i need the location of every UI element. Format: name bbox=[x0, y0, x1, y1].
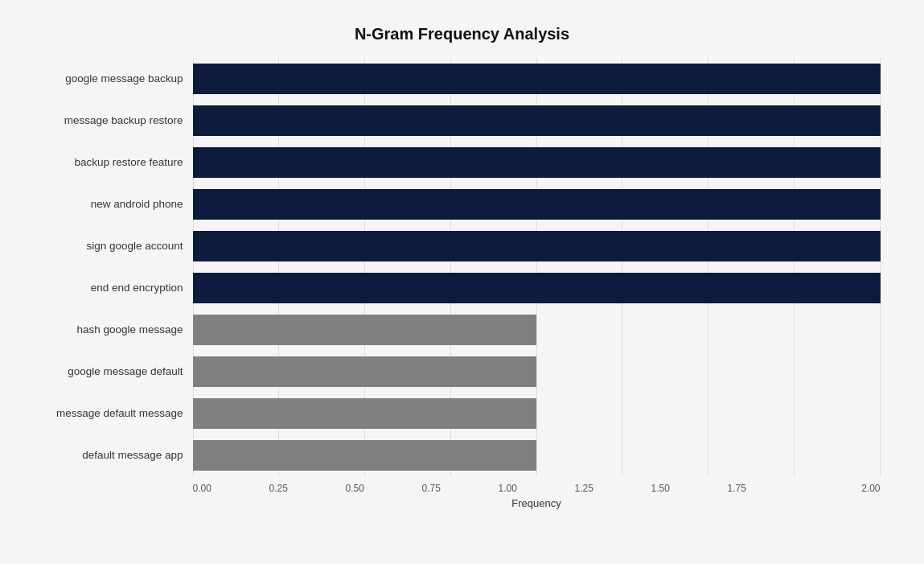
bar-label: hash google message bbox=[44, 323, 193, 336]
bars-wrapper: google message backupmessage backup rest… bbox=[44, 58, 881, 476]
x-tick: 2.00 bbox=[804, 483, 881, 494]
x-tick: 0.75 bbox=[422, 483, 499, 494]
bar-label: backup restore feature bbox=[44, 156, 193, 168]
bar-track bbox=[193, 315, 881, 345]
bar-row: end end encryption bbox=[44, 267, 881, 309]
bar-track bbox=[193, 273, 881, 303]
chart-title: N-Gram Frequency Analysis bbox=[44, 25, 881, 43]
bar-fill bbox=[193, 105, 881, 136]
bar-label: message default message bbox=[44, 407, 193, 419]
bar-row: google message default bbox=[44, 351, 881, 393]
bar-fill bbox=[193, 273, 881, 303]
bar-fill bbox=[193, 398, 537, 429]
bar-label: google message backup bbox=[44, 72, 193, 84]
x-axis: 0.000.250.500.751.001.251.501.752.00 bbox=[193, 483, 881, 494]
bar-track bbox=[193, 189, 881, 220]
bar-track bbox=[193, 105, 881, 136]
bar-track bbox=[193, 231, 881, 261]
bar-row: sign google account bbox=[44, 225, 881, 267]
x-tick: 0.50 bbox=[346, 483, 422, 494]
bar-label: end end encryption bbox=[44, 282, 193, 294]
bar-track bbox=[193, 147, 881, 178]
bar-row: google message backup bbox=[44, 58, 881, 100]
x-tick: 0.00 bbox=[193, 483, 269, 494]
bar-row: backup restore feature bbox=[44, 142, 881, 183]
bar-row: new android phone bbox=[44, 183, 881, 225]
bar-label: message backup restore bbox=[44, 114, 193, 126]
bar-fill bbox=[193, 440, 537, 471]
bar-label: new android phone bbox=[44, 198, 193, 210]
bar-fill bbox=[193, 189, 881, 220]
x-tick: 1.00 bbox=[499, 483, 575, 494]
x-tick: 0.25 bbox=[269, 483, 346, 494]
bar-row: hash google message bbox=[44, 309, 881, 351]
bar-fill bbox=[193, 231, 881, 261]
bar-label: sign google account bbox=[44, 240, 193, 252]
bar-track bbox=[193, 64, 881, 94]
bar-fill bbox=[193, 64, 881, 94]
x-tick: 1.25 bbox=[575, 483, 651, 494]
bar-label: google message default bbox=[44, 365, 193, 377]
bar-row: message default message bbox=[44, 393, 881, 434]
bar-row: default message app bbox=[44, 434, 881, 476]
bar-track bbox=[193, 398, 881, 429]
x-tick: 1.50 bbox=[651, 483, 728, 494]
bar-fill bbox=[193, 147, 881, 178]
bar-fill bbox=[193, 356, 537, 387]
bar-track bbox=[193, 440, 881, 471]
x-axis-label: Frequency bbox=[193, 497, 881, 509]
bar-fill bbox=[193, 315, 537, 345]
chart-area: google message backupmessage backup rest… bbox=[44, 58, 881, 476]
bar-row: message backup restore bbox=[44, 100, 881, 142]
bar-track bbox=[193, 356, 881, 387]
chart-container: N-Gram Frequency Analysis google message… bbox=[20, 9, 905, 556]
bar-label: default message app bbox=[44, 449, 193, 461]
x-tick: 1.75 bbox=[728, 483, 804, 494]
